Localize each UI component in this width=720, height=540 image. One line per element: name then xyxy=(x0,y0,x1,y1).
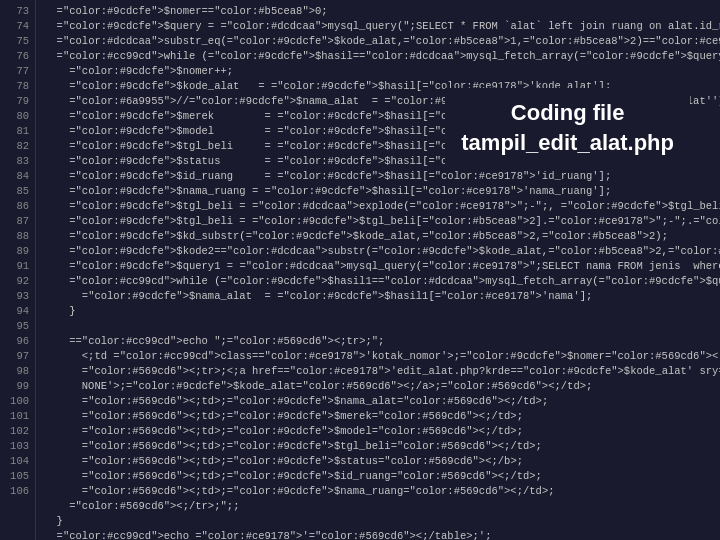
code-line: ="color:#569cd6"><;td>;="color:#9cdcfe">… xyxy=(44,424,712,439)
line-number: 96 xyxy=(4,334,29,349)
code-line: ="color:#9cdcfe">$merek = ="color:#9cdcf… xyxy=(44,109,712,124)
line-number: 77 xyxy=(4,64,29,79)
code-line: ="color:#569cd6"><;td>;="color:#9cdcfe">… xyxy=(44,439,712,454)
code-line: ="color:#569cd6"><;td>;="color:#9cdcfe">… xyxy=(44,394,712,409)
line-number: 100 xyxy=(4,394,29,409)
code-line: ="color:#9cdcfe">$tgl_beli = ="color:#dc… xyxy=(44,199,712,214)
code-line: ="color:#569cd6"><;tr>;<;a href=="color:… xyxy=(44,364,712,379)
line-number: 73 xyxy=(4,4,29,19)
line-number: 84 xyxy=(4,169,29,184)
line-number: 79 xyxy=(4,94,29,109)
code-line: ="color:#cc99cd">while (="color:#9cdcfe"… xyxy=(44,274,712,289)
line-number: 83 xyxy=(4,154,29,169)
line-number: 88 xyxy=(4,229,29,244)
line-number: 106 xyxy=(4,484,29,499)
code-line: ="color:#9cdcfe">$tgl_beli = ="color:#9c… xyxy=(44,139,712,154)
code-line: ="color:#569cd6"><;td>;="color:#9cdcfe">… xyxy=(44,409,712,424)
line-number: 93 xyxy=(4,289,29,304)
line-number: 97 xyxy=(4,349,29,364)
code-line: ="color:#cc99cd">while (="color:#9cdcfe"… xyxy=(44,49,712,64)
code-line: ="color:#569cd6"><;td>;="color:#9cdcfe">… xyxy=(44,454,712,469)
line-number: 76 xyxy=(4,49,29,64)
line-number: 94 xyxy=(4,304,29,319)
code-line: <;td ="color:#cc99cd">class=="color:#ce9… xyxy=(44,349,712,364)
code-line: ="color:#9cdcfe">$nomer=="color:#b5cea8"… xyxy=(44,4,712,19)
code-area[interactable]: ="color:#9cdcfe">$nomer=="color:#b5cea8"… xyxy=(36,0,720,540)
code-line: NONE'>;="color:#9cdcfe">$kode_alat="colo… xyxy=(44,379,712,394)
line-number: 87 xyxy=(4,214,29,229)
code-line: ="color:#569cd6"><;td>;="color:#9cdcfe">… xyxy=(44,469,712,484)
code-line: ="color:#9cdcfe">$id_ruang = ="color:#9c… xyxy=(44,169,712,184)
line-number: 101 xyxy=(4,409,29,424)
line-numbers: 7374757677787980818283848586878889919293… xyxy=(0,0,36,540)
code-line: =="color:#cc99cd">echo ";="color:#569cd6… xyxy=(44,334,712,349)
code-line: ="color:#dcdcaa">substr_eq(="color:#9cdc… xyxy=(44,34,712,49)
line-number: 85 xyxy=(4,184,29,199)
line-number: 81 xyxy=(4,124,29,139)
line-number: 78 xyxy=(4,79,29,94)
code-line: ="color:#9cdcfe">$query1 = ="color:#dcdc… xyxy=(44,259,712,274)
line-number: 80 xyxy=(4,109,29,124)
code-line: ="color:#9cdcfe">$nama_alat = ="color:#9… xyxy=(44,289,712,304)
code-line: ="color:#9cdcfe">$query = ="color:#dcdca… xyxy=(44,19,712,34)
line-number: 104 xyxy=(4,454,29,469)
code-line: ="color:#9cdcfe">$kode_alat = ="color:#9… xyxy=(44,79,712,94)
line-number: 102 xyxy=(4,424,29,439)
code-line: ="color:#9cdcfe">$kode2=="color:#dcdcaa"… xyxy=(44,244,712,259)
line-number: 91 xyxy=(4,259,29,274)
line-number: 86 xyxy=(4,199,29,214)
line-number: 82 xyxy=(4,139,29,154)
line-number: 92 xyxy=(4,274,29,289)
line-number: 75 xyxy=(4,34,29,49)
code-line: ="color:#9cdcfe">$tgl_beli = ="color:#9c… xyxy=(44,214,712,229)
line-number: 95 xyxy=(4,319,29,334)
code-line: ="color:#569cd6"><;td>;="color:#9cdcfe">… xyxy=(44,484,712,499)
line-number: 74 xyxy=(4,19,29,34)
code-line: ="color:#9cdcfe">$model = ="color:#9cdcf… xyxy=(44,124,712,139)
code-line xyxy=(44,319,712,334)
line-number: 89 xyxy=(4,244,29,259)
code-line: ="color:#9cdcfe">$status = ="color:#9cdc… xyxy=(44,154,712,169)
line-number: 99 xyxy=(4,379,29,394)
code-line: ="color:#9cdcfe">$nama_ruang = ="color:#… xyxy=(44,184,712,199)
code-line: ="color:#9cdcfe">$nomer++; xyxy=(44,64,712,79)
code-line: } xyxy=(44,514,712,529)
line-number: 103 xyxy=(4,439,29,454)
code-line: } xyxy=(44,304,712,319)
line-number: 98 xyxy=(4,364,29,379)
code-line: ="color:#9cdcfe">$kd_substr(="color:#9cd… xyxy=(44,229,712,244)
editor-container: 7374757677787980818283848586878889919293… xyxy=(0,0,720,540)
code-line: ="color:#cc99cd">echo ="color:#ce9178">'… xyxy=(44,529,712,540)
line-number: 105 xyxy=(4,469,29,484)
code-line: ="color:#569cd6"><;/tr>;";; xyxy=(44,499,712,514)
code-line: ="color:#6a9955">//="color:#9cdcfe">$nam… xyxy=(44,94,712,109)
